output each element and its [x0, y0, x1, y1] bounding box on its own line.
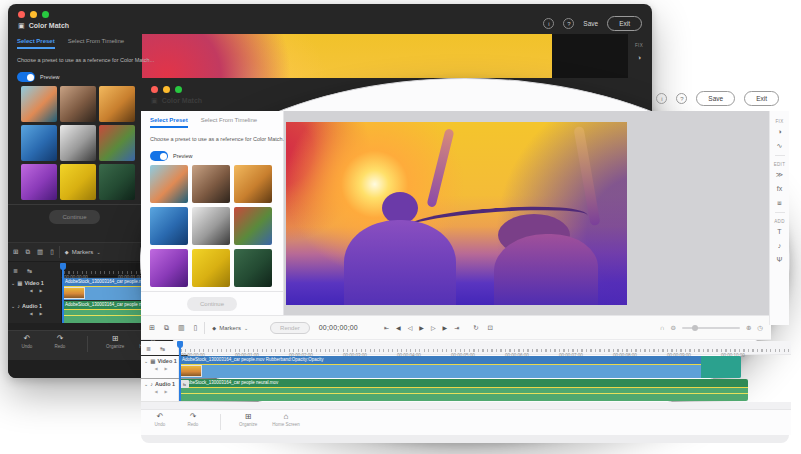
prev-edit-icon[interactable]: ◀ [29, 311, 32, 316]
next-edit-icon[interactable]: ▶ [165, 389, 168, 394]
exit-button[interactable]: Exit [607, 16, 642, 31]
playhead[interactable] [179, 341, 181, 401]
frame-forward-button[interactable]: ▷ [431, 325, 436, 331]
tab-select-from-timeline[interactable]: Select From Timeline [201, 117, 257, 128]
speed-icon[interactable]: ≫ [776, 171, 783, 179]
delete-clip-icon[interactable]: ▯ [194, 324, 198, 332]
collapse-icon[interactable]: ⌄ [11, 303, 15, 309]
preset-purple-blooms[interactable] [150, 249, 188, 287]
undo-button[interactable]: ↶Undo [151, 413, 169, 427]
preset-wildflowers[interactable] [99, 125, 135, 161]
collapse-icon[interactable]: ⌄ [144, 358, 148, 364]
continue-button[interactable]: Continue [187, 297, 237, 311]
minimize-window-button[interactable] [30, 11, 37, 18]
track-height-icon[interactable]: ↹ [160, 345, 165, 352]
step-forward-button[interactable]: ▶ [443, 325, 448, 331]
next-edit-icon[interactable]: ▶ [165, 366, 168, 371]
tab-select-preset[interactable]: Select Preset [17, 38, 55, 49]
preset-yellow-flower[interactable] [192, 249, 230, 287]
render-button[interactable]: Render [270, 322, 310, 334]
audio-clip[interactable]: fx AdobeStock_130003164_car people neura… [179, 379, 748, 401]
titlebar[interactable]: ▣ Color Match i ? Save Exit [8, 4, 652, 36]
redo-button[interactable]: ↷Redo [184, 413, 202, 427]
tab-select-from-timeline[interactable]: Select From Timeline [68, 38, 124, 49]
preset-bw-arches[interactable] [60, 125, 96, 161]
crop-icon[interactable]: ⧈ [777, 199, 781, 207]
save-button[interactable]: Save [696, 91, 735, 106]
tab-select-preset[interactable]: Select Preset [150, 117, 188, 128]
frame-back-button[interactable]: ◁ [408, 325, 413, 331]
collapse-icon[interactable]: ⌄ [11, 280, 15, 286]
organize-button[interactable]: ⊞Organize [106, 335, 124, 349]
help-icon[interactable]: ? [563, 18, 574, 29]
exit-button[interactable]: Exit [744, 91, 779, 106]
color-match-window-front[interactable]: ▣ Color Match i ? Save Exit Select Prese… [140, 78, 790, 443]
prev-edit-icon[interactable]: ◀ [154, 366, 157, 371]
preset-wildflowers[interactable] [234, 207, 272, 245]
collapse-icon[interactable]: ⌄ [144, 381, 148, 387]
home-screen-button[interactable]: ⌂Home Screen [272, 413, 300, 427]
preview-toggle[interactable] [17, 72, 35, 82]
duplicate-clip-icon[interactable]: ⧉ [164, 324, 169, 332]
preset-desert-road[interactable] [60, 86, 96, 122]
video-track-header[interactable]: ⌄ ▦ Video 1 ◀ ▶ [8, 278, 62, 300]
loop-icon[interactable]: ↻ [473, 324, 478, 332]
prev-edit-icon[interactable]: ◀ [154, 389, 157, 394]
preset-dark-ferns[interactable] [99, 164, 135, 200]
close-window-button[interactable] [18, 11, 25, 18]
dual-display-icon[interactable]: ⊡ [488, 324, 493, 332]
preset-bw-arches[interactable] [192, 207, 230, 245]
add-media-icon[interactable]: ⊞ [13, 248, 18, 256]
preset-desert-road[interactable] [192, 165, 230, 203]
help-icon[interactable]: ? [676, 93, 687, 104]
audio-mix-icon[interactable]: ∿ [777, 142, 783, 150]
clip-fx-badge[interactable]: fx [180, 380, 189, 388]
zoom-out-icon[interactable]: ⊖ [670, 324, 675, 332]
track-height-icon[interactable]: ↹ [27, 267, 32, 274]
audio-mixer-icon[interactable]: ≣ [13, 267, 18, 274]
next-edit-icon[interactable]: ▶ [40, 288, 43, 293]
next-edit-icon[interactable]: ▶ [40, 311, 43, 316]
go-to-end-button[interactable]: ⇥ [454, 325, 459, 331]
zoom-window-button[interactable] [42, 11, 49, 18]
organize-button[interactable]: ⊞Organize [239, 413, 257, 427]
effects-icon[interactable]: fx [777, 185, 782, 193]
playhead[interactable] [62, 263, 64, 323]
preset-dark-ferns[interactable] [234, 249, 272, 287]
step-back-button[interactable]: ◀ [396, 325, 401, 331]
redo-button[interactable]: ↷Redo [51, 335, 69, 349]
audio-mixer-icon[interactable]: ≣ [146, 345, 151, 352]
info-icon[interactable]: i [543, 18, 554, 29]
markers-dropdown[interactable]: ◆ Markers ⌄ [65, 249, 101, 255]
video-track-header[interactable]: ⌄ ▦ Video 1 ◀ ▶ [141, 356, 179, 378]
preset-blue-feathers[interactable] [150, 207, 188, 245]
timeline-zoom-slider[interactable] [682, 327, 740, 329]
preset-sunset-lake[interactable] [21, 86, 57, 122]
prev-edit-icon[interactable]: ◀ [29, 288, 32, 293]
info-icon[interactable]: i [656, 93, 667, 104]
zoom-window-button[interactable] [175, 86, 182, 93]
go-to-start-button[interactable]: ⇤ [384, 325, 389, 331]
minimize-window-button[interactable] [163, 86, 170, 93]
preset-blue-feathers[interactable] [21, 125, 57, 161]
color-icon[interactable]: ◑ [777, 128, 781, 136]
markers-dropdown[interactable]: ◆ Markers ⌄ [212, 325, 248, 331]
clip-duration-icon[interactable]: ◷ [757, 324, 763, 332]
close-window-button[interactable] [151, 86, 158, 93]
continue-button[interactable]: Continue [49, 210, 99, 224]
music-icon[interactable]: ♪ [778, 242, 782, 250]
zoom-in-icon[interactable]: ⊕ [746, 324, 751, 332]
preset-purple-blooms[interactable] [21, 164, 57, 200]
duplicate-clip-icon[interactable]: ⧉ [25, 248, 30, 256]
play-button[interactable]: ▶ [419, 325, 424, 331]
preset-sepia-jump[interactable] [234, 165, 272, 203]
split-clip-icon[interactable]: ▥ [37, 248, 43, 256]
preset-sunset-lake[interactable] [150, 165, 188, 203]
preset-yellow-flower[interactable] [60, 164, 96, 200]
voiceover-icon[interactable]: Ψ [777, 256, 783, 264]
preview-toggle[interactable] [150, 151, 168, 161]
color-icon[interactable]: ◑ [629, 54, 649, 62]
audio-track-header[interactable]: ⌄ ♪ Audio 1 ◀ ▶ [8, 301, 62, 323]
timeline-ruler[interactable]: ≣ ↹ 00;00;00;0000;00;01;0000;00;02;0000;… [141, 341, 791, 355]
video-clip[interactable]: AdobeStock_130003164_car people.mov Rubb… [179, 356, 741, 378]
